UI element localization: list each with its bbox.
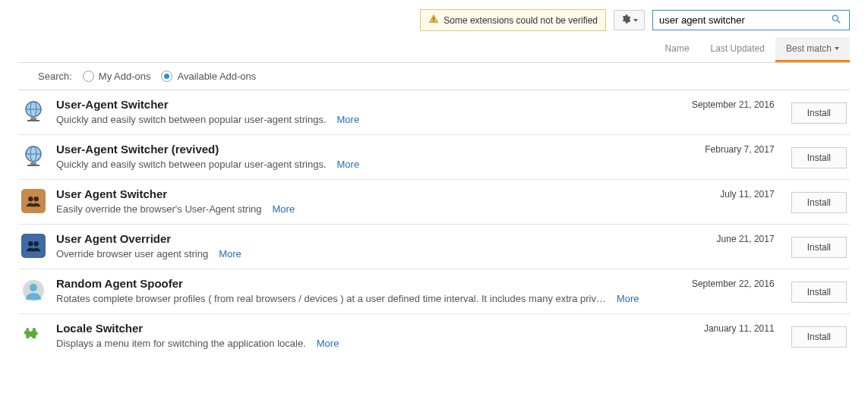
install-button[interactable]: Install [791,192,847,213]
install-button[interactable]: Install [791,237,847,258]
addon-icon [21,278,46,303]
addon-date: January 11, 2011 [676,322,775,334]
svg-rect-1 [434,20,434,21]
addon-row: User Agent Switcher Easily override the … [18,179,850,224]
sort-tab-best-match-label: Best match [786,43,832,54]
svg-point-19 [30,284,37,291]
search-icon [831,14,841,24]
radio-available-addons[interactable]: Available Add-ons [161,71,256,82]
more-link[interactable]: More [317,338,339,349]
addon-description: Quickly and easily switch between popula… [56,114,327,125]
addon-title: User Agent Switcher [56,187,665,200]
svg-rect-0 [434,17,434,20]
addon-title: Random Agent Spoofer [56,277,665,290]
addon-date: July 11, 2017 [676,187,775,200]
addon-title: User-Agent Switcher (revived) [56,143,665,156]
svg-point-15 [33,197,38,201]
filter-bar: Search: My Add-ons Available Add-ons [0,63,868,90]
chevron-down-icon [633,19,638,22]
addon-row: User-Agent Switcher Quickly and easily s… [18,90,850,134]
addon-description: Override browser user agent string [56,248,208,259]
gear-icon [620,14,631,27]
addon-title: User Agent Overrider [56,232,665,245]
addon-row: User-Agent Switcher (revived) Quickly an… [18,134,850,179]
more-link[interactable]: More [337,114,360,125]
radio-icon [83,71,94,82]
radio-icon [161,71,172,82]
addon-row: Random Agent Spoofer Rotates complete br… [18,269,850,313]
addon-date: February 7, 2017 [676,143,775,155]
sort-tab-name[interactable]: Name [655,37,700,62]
addon-icon [21,144,46,168]
svg-point-14 [28,197,33,201]
addon-icon [21,99,46,124]
addon-date: September 21, 2016 [676,98,775,110]
sort-tab-last-updated[interactable]: Last Updated [700,37,775,62]
warning-icon [428,14,439,27]
addon-title: Locale Switcher [56,322,665,335]
svg-line-3 [838,20,841,24]
svg-point-17 [33,241,38,246]
more-link[interactable]: More [617,293,639,304]
addon-row: Locale Switcher Displays a menu item for… [18,313,850,358]
search-input[interactable] [653,11,823,30]
addon-main: User-Agent Switcher (revived) Quickly an… [56,143,665,170]
addon-main: Random Agent Spoofer Rotates complete br… [56,277,665,304]
filter-label: Search: [38,71,72,82]
radio-available-addons-label: Available Add-ons [177,71,256,82]
install-button[interactable]: Install [791,326,847,348]
addon-title: User-Agent Switcher [56,98,665,111]
radio-my-addons[interactable]: My Add-ons [83,71,151,82]
addon-description: Quickly and easily switch between popula… [56,159,327,170]
addon-icon [21,189,46,213]
addon-description: Easily override the browser's User-Agent… [56,203,262,215]
more-link[interactable]: More [273,203,295,215]
results-list: User-Agent Switcher Quickly and easily s… [0,90,868,358]
more-link[interactable]: More [219,248,241,259]
addon-main: User Agent Overrider Override browser us… [56,232,665,259]
addon-icon [21,234,46,258]
svg-point-2 [832,15,838,20]
chevron-down-icon [835,47,839,50]
addon-description: Displays a menu item for switching the a… [56,338,306,349]
addon-date: June 21, 2017 [676,232,775,244]
warning-banner: Some extensions could not be verified [420,9,606,31]
warning-text: Some extensions could not be verified [443,15,598,26]
radio-my-addons-label: My Add-ons [99,71,151,82]
settings-button[interactable] [614,10,645,30]
svg-point-16 [28,241,33,246]
install-button[interactable]: Install [791,102,847,124]
search-submit[interactable] [823,11,849,30]
svg-rect-7 [30,118,36,120]
addon-main: User Agent Switcher Easily override the … [56,187,665,215]
sort-tabs: Name Last Updated Best match [0,37,868,62]
install-button[interactable]: Install [791,281,847,303]
addon-row: User Agent Overrider Override browser us… [18,224,850,269]
install-button[interactable]: Install [791,147,847,168]
addon-date: September 22, 2016 [676,277,775,289]
sort-tab-best-match[interactable]: Best match [775,37,850,62]
search-container [652,10,850,30]
addon-description: Rotates complete browser profiles ( from… [56,293,606,304]
more-link[interactable]: More [337,159,360,170]
svg-rect-13 [27,165,39,166]
addon-icon [21,323,46,348]
svg-rect-8 [27,120,39,121]
addon-main: Locale Switcher Displays a menu item for… [56,322,665,349]
svg-rect-12 [30,162,36,165]
addon-main: User-Agent Switcher Quickly and easily s… [56,98,665,125]
